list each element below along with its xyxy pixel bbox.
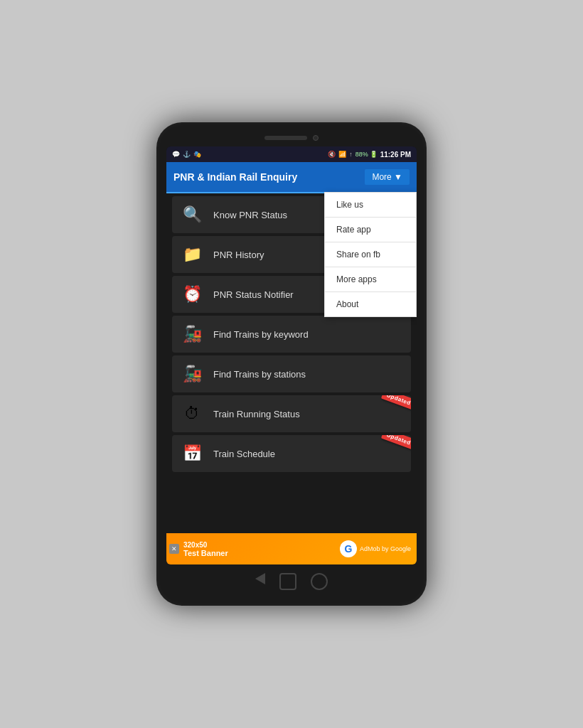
app-header: PNR & Indian Rail Enquiry More ▼ Like us… [166, 162, 417, 192]
find-keyword-label: Find Trains by keyword [213, 329, 309, 340]
sync-icon: ↑ [349, 151, 353, 158]
dropdown-share-fb[interactable]: Share on fb [325, 242, 416, 267]
ad-text-block: 320x50 Test Banner [183, 541, 228, 557]
find-keyword-icon: 🚂 [179, 321, 205, 347]
whatsapp-icon: 💬 [172, 151, 180, 158]
status-bar: 💬 ⚓ 🎭 🔇 📶 ↑ 88% 🔋 11:26 PM [166, 146, 417, 162]
speaker [264, 136, 307, 140]
phone-device: 💬 ⚓ 🎭 🔇 📶 ↑ 88% 🔋 11:26 PM PNR & Indian … [156, 122, 427, 606]
pnr-notifier-icon: ⏰ [179, 282, 205, 307]
running-status-updated-badge: Updated [380, 395, 411, 410]
menu-item-schedule[interactable]: 📅 Train Schedule Updated [172, 435, 411, 472]
back-button[interactable] [255, 573, 265, 584]
pnr-history-label: PNR History [213, 250, 264, 260]
home-button[interactable] [279, 573, 296, 590]
menu-item-running-status[interactable]: ⏱ Train Running Status Updated [172, 395, 411, 432]
phone-screen: 💬 ⚓ 🎭 🔇 📶 ↑ 88% 🔋 11:26 PM PNR & Indian … [166, 146, 417, 564]
find-stations-icon: 🚂 [179, 361, 205, 387]
dropdown-rate-app[interactable]: Rate app [325, 218, 416, 242]
ad-close-button[interactable]: ✕ [169, 544, 179, 554]
usb-icon: ⚓ [183, 151, 191, 158]
ad-banner-text: Test Banner [183, 549, 228, 557]
phone-bottom-nav [166, 570, 417, 593]
admob-icon: G [340, 540, 357, 557]
admob-text: AdMob by Google [360, 545, 411, 552]
dropdown-like-us[interactable]: Like us [325, 193, 416, 218]
battery-text: 88% [355, 151, 368, 158]
running-status-label: Train Running Status [213, 409, 300, 419]
status-left-icons: 💬 ⚓ 🎭 [172, 151, 201, 158]
find-stations-label: Find Trains by stations [213, 369, 306, 380]
status-right-info: 🔇 📶 ↑ 88% 🔋 11:26 PM [328, 151, 411, 159]
phone-top-bar [166, 135, 417, 141]
recents-button[interactable] [311, 573, 328, 590]
ad-banner: ✕ 320x50 Test Banner G AdMob by Google [166, 533, 417, 564]
pnr-history-icon: 📁 [179, 242, 205, 267]
ad-logo: G AdMob by Google [340, 540, 411, 557]
dropdown-about[interactable]: About [325, 292, 416, 316]
notification-icon: 🎭 [193, 151, 201, 158]
time-display: 11:26 PM [380, 151, 411, 159]
pnr-status-icon: 🔍 [179, 202, 205, 228]
ad-size-text: 320x50 [183, 541, 228, 549]
dropdown-menu: Like us Rate app Share on fb More apps A… [324, 192, 417, 317]
schedule-icon: 📅 [179, 441, 205, 466]
menu-item-find-keyword[interactable]: 🚂 Find Trains by keyword [172, 316, 411, 353]
app-title: PNR & Indian Rail Enquiry [173, 171, 297, 183]
signal-icon: 🔇 [328, 151, 336, 158]
dropdown-more-apps[interactable]: More apps [325, 267, 416, 292]
pnr-status-label: Know PNR Status [213, 210, 287, 220]
wifi-icon: 📶 [338, 151, 346, 158]
running-status-icon: ⏱ [179, 401, 205, 427]
battery-indicator: 88% 🔋 [355, 151, 378, 158]
more-button[interactable]: More ▼ [365, 169, 410, 185]
schedule-updated-badge: Updated [380, 435, 411, 450]
pnr-notifier-label: PNR Status Notifier [213, 289, 294, 300]
camera [313, 135, 319, 141]
schedule-label: Train Schedule [213, 449, 275, 459]
menu-item-find-stations[interactable]: 🚂 Find Trains by stations [172, 355, 411, 392]
